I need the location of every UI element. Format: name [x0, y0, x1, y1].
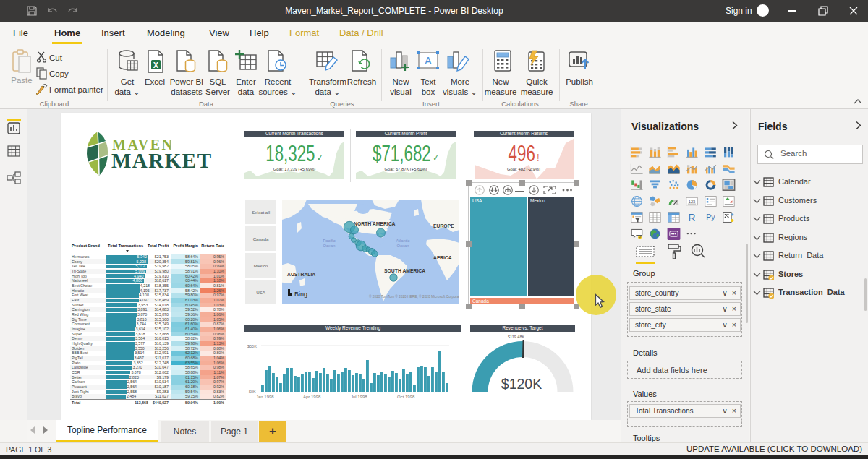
svg-text:Jul 1998: Jul 1998 — [351, 395, 367, 399]
svg-text:Apr 1998: Apr 1998 — [303, 395, 321, 399]
svg-text:A: A — [425, 55, 432, 67]
svg-text:Oct 1998: Oct 1998 — [397, 395, 415, 399]
svg-text:X: X — [153, 61, 159, 69]
svg-text:Jan 1998: Jan 1998 — [256, 395, 274, 399]
svg-text:$0K: $0K — [249, 390, 256, 394]
svg-text:R: R — [689, 213, 696, 223]
svg-text:$119.48K: $119.48K — [508, 335, 524, 339]
svg-text:123: 123 — [689, 199, 695, 203]
svg-text:Py: Py — [706, 213, 715, 221]
svg-text:$50K: $50K — [247, 344, 257, 348]
